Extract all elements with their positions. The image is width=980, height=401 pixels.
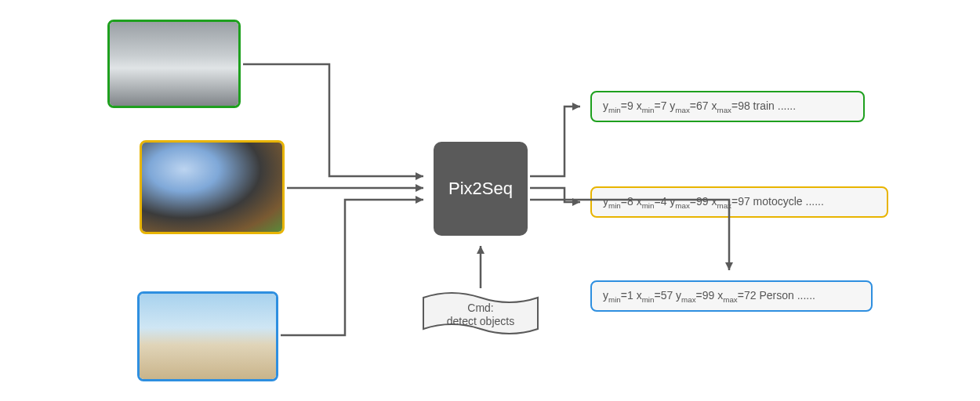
output-text-motorcycle: ymin=8 xmin=4 ymax=99 xmax=97 motocycle … bbox=[603, 195, 824, 210]
command-line1: Cmd: bbox=[467, 302, 493, 315]
svg-marker-2 bbox=[416, 196, 423, 204]
svg-marker-4 bbox=[572, 103, 580, 110]
command-line2: detect objects bbox=[447, 315, 514, 328]
svg-marker-6 bbox=[725, 262, 733, 270]
input-image-train bbox=[107, 20, 241, 108]
model-box: Pix2Seq bbox=[434, 142, 528, 236]
output-box-motorcycle: ymin=8 xmin=4 ymax=99 xmax=97 motocycle … bbox=[590, 186, 888, 218]
output-box-train: ymin=9 xmin=7 ymax=67 xmax=98 train ....… bbox=[590, 91, 865, 122]
svg-marker-0 bbox=[416, 172, 423, 180]
output-text-person: ymin=1 xmin=57 ymax=99 xmax=72 Person ..… bbox=[603, 289, 815, 304]
command-box: Cmd: detect objects bbox=[422, 290, 539, 337]
model-label: Pix2Seq bbox=[448, 179, 513, 199]
svg-marker-1 bbox=[416, 184, 423, 192]
output-box-person: ymin=1 xmin=57 ymax=99 xmax=72 Person ..… bbox=[590, 280, 873, 312]
output-text-train: ymin=9 xmin=7 ymax=67 xmax=98 train ....… bbox=[603, 99, 796, 114]
svg-marker-5 bbox=[572, 198, 580, 206]
svg-marker-3 bbox=[477, 246, 485, 254]
input-image-person bbox=[137, 291, 278, 381]
input-image-motorcycle bbox=[140, 140, 285, 234]
